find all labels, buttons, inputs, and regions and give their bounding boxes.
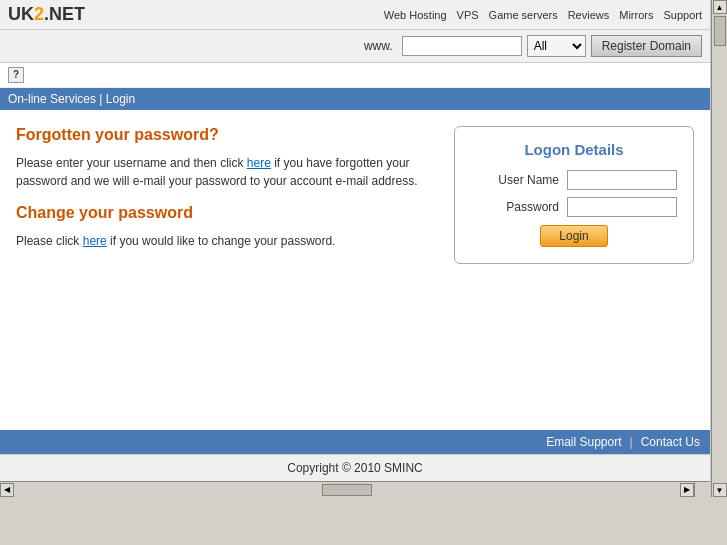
nav-mirrors[interactable]: Mirrors <box>619 9 653 21</box>
email-support-link[interactable]: Email Support <box>546 435 621 449</box>
nav-vps[interactable]: VPS <box>457 9 479 21</box>
logon-box: Logon Details User Name Password Login <box>454 126 694 400</box>
www-label: www. <box>364 39 393 53</box>
password-row: Password <box>484 197 677 217</box>
section-header: On-line Services | Login <box>0 88 710 110</box>
domain-input[interactable] <box>402 36 522 56</box>
vscroll-thumb[interactable] <box>714 16 726 46</box>
vertical-scrollbar[interactable]: ▲ ▼ <box>711 0 727 497</box>
hscroll-left-arrow[interactable]: ◀ <box>0 483 14 497</box>
help-icon[interactable]: ? <box>8 67 24 83</box>
forgotten-password-body: Please enter your username and then clic… <box>16 154 434 190</box>
password-label: Password <box>484 200 559 214</box>
help-bar: ? <box>0 63 710 88</box>
vscroll-down-arrow[interactable]: ▼ <box>713 483 727 497</box>
top-nav: UK2.NET Web Hosting VPS Game servers Rev… <box>0 0 710 30</box>
username-label: User Name <box>484 173 559 187</box>
footer-copyright: Copyright © 2010 SMINC <box>0 454 710 481</box>
nav-links: Web Hosting VPS Game servers Reviews Mir… <box>384 9 702 21</box>
forgotten-here-link[interactable]: here <box>247 156 271 170</box>
username-input[interactable] <box>567 170 677 190</box>
nav-support[interactable]: Support <box>663 9 702 21</box>
scroll-corner <box>694 481 710 497</box>
nav-game-servers[interactable]: Game servers <box>489 9 558 21</box>
login-btn-wrap: Login <box>471 225 677 247</box>
contact-us-link[interactable]: Contact Us <box>641 435 700 449</box>
forgotten-password-title: Forgotten your password? <box>16 126 434 144</box>
username-row: User Name <box>484 170 677 190</box>
nav-reviews[interactable]: Reviews <box>568 9 610 21</box>
domain-select[interactable]: All .com .co.uk .net .org <box>527 35 586 57</box>
forgotten-body-text1: Please enter your username and then clic… <box>16 156 243 170</box>
main-content: Forgotten your password? Please enter yo… <box>0 110 710 430</box>
domain-bar: www. All .com .co.uk .net .org Register … <box>0 30 710 63</box>
nav-web-hosting[interactable]: Web Hosting <box>384 9 447 21</box>
change-password-body: Please click here if you would like to c… <box>16 232 434 250</box>
logon-fields: User Name Password <box>471 170 677 217</box>
change-body-text1: Please click <box>16 234 83 248</box>
logon-box-inner: Logon Details User Name Password Login <box>454 126 694 264</box>
change-body-text2: if you would like to change your passwor… <box>107 234 336 248</box>
change-password-title: Change your password <box>16 204 434 222</box>
left-section: Forgotten your password? Please enter yo… <box>16 126 434 400</box>
horizontal-scrollbar[interactable]: ◀ ▶ <box>0 481 694 497</box>
footer-links: Email Support | Contact Us <box>0 430 710 454</box>
vscroll-up-arrow[interactable]: ▲ <box>713 0 727 14</box>
hscroll-thumb[interactable] <box>322 484 372 496</box>
logon-title: Logon Details <box>471 141 677 158</box>
password-input[interactable] <box>567 197 677 217</box>
footer-separator: | <box>630 435 633 449</box>
logo: UK2.NET <box>8 4 85 25</box>
logo-highlight: 2 <box>34 4 44 24</box>
change-here-link[interactable]: here <box>83 234 107 248</box>
login-button[interactable]: Login <box>540 225 607 247</box>
hscroll-right-arrow[interactable]: ▶ <box>680 483 694 497</box>
bottom-scrollbar-row: ◀ ▶ <box>0 481 710 497</box>
register-domain-button[interactable]: Register Domain <box>591 35 702 57</box>
